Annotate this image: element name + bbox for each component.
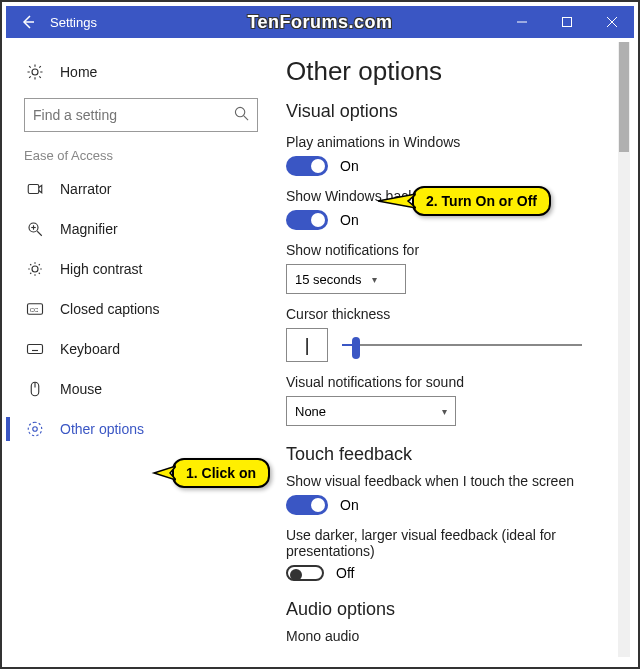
maximize-button[interactable] <box>544 6 589 38</box>
section-audio-options: Audio options <box>286 599 610 620</box>
sidebar-item-label: Narrator <box>60 181 111 197</box>
svg-point-11 <box>32 266 38 272</box>
label-cursor-thickness: Cursor thickness <box>286 306 610 322</box>
narrator-icon <box>24 178 46 200</box>
back-arrow-icon <box>20 14 36 30</box>
svg-line-5 <box>244 115 248 119</box>
sidebar-item-high-contrast[interactable]: High contrast <box>24 249 258 289</box>
sidebar-home-label: Home <box>60 64 97 80</box>
section-visual-options: Visual options <box>286 101 610 122</box>
sidebar-item-closed-captions[interactable]: CC Closed captions <box>24 289 258 329</box>
keyboard-icon <box>24 338 46 360</box>
sidebar-item-label: Magnifier <box>60 221 118 237</box>
sidebar-item-other-options[interactable]: Other options <box>24 409 258 449</box>
label-visual-notifications-sound: Visual notifications for sound <box>286 374 610 390</box>
back-button[interactable] <box>14 8 42 36</box>
cursor-preview: | <box>286 328 328 362</box>
label-play-animations: Play animations in Windows <box>286 134 610 150</box>
vertical-scrollbar[interactable] <box>618 42 630 657</box>
main-panel: Other options Visual options Play animat… <box>276 38 634 663</box>
titlebar: Settings <box>6 6 634 38</box>
scrollbar-thumb[interactable] <box>619 42 629 152</box>
magnifier-icon <box>24 218 46 240</box>
contrast-icon <box>24 258 46 280</box>
search-box[interactable] <box>24 98 258 132</box>
sidebar-item-label: Keyboard <box>60 341 120 357</box>
toggle-darker-feedback-state: Off <box>336 565 354 581</box>
svg-marker-23 <box>154 466 176 480</box>
sidebar-item-magnifier[interactable]: Magnifier <box>24 209 258 249</box>
annotation-callout-2: 2. Turn On or Off <box>412 186 551 216</box>
annotation-callout-1: 1. Click on <box>172 458 270 488</box>
mouse-icon <box>24 378 46 400</box>
search-icon <box>234 106 249 125</box>
toggle-play-animations-state: On <box>340 158 359 174</box>
sidebar-section-header: Ease of Access <box>24 148 258 163</box>
section-touch-feedback: Touch feedback <box>286 444 610 465</box>
sidebar-item-label: Closed captions <box>60 301 160 317</box>
sidebar-home[interactable]: Home <box>24 52 258 92</box>
select-notification-duration[interactable]: 15 seconds ▾ <box>286 264 406 294</box>
svg-point-22 <box>33 427 38 432</box>
captions-icon: CC <box>24 298 46 320</box>
sidebar-item-label: High contrast <box>60 261 142 277</box>
chevron-down-icon: ▾ <box>372 274 377 285</box>
sidebar-item-label: Other options <box>60 421 144 437</box>
gear-icon <box>24 61 46 83</box>
svg-rect-6 <box>28 185 39 194</box>
svg-text:CC: CC <box>30 307 39 313</box>
maximize-icon <box>562 17 572 27</box>
toggle-touch-feedback[interactable] <box>286 495 328 515</box>
svg-rect-1 <box>562 18 571 27</box>
toggle-show-background-state: On <box>340 212 359 228</box>
select-notification-value: 15 seconds <box>295 272 362 287</box>
window-controls <box>499 6 634 38</box>
annotation-arrow-1 <box>150 462 176 484</box>
close-button[interactable] <box>589 6 634 38</box>
label-touch-visual-feedback: Show visual feedback when I touch the sc… <box>286 473 610 489</box>
chevron-down-icon: ▾ <box>442 406 447 417</box>
select-visual-notifications[interactable]: None ▾ <box>286 396 456 426</box>
toggle-show-background[interactable] <box>286 210 328 230</box>
svg-marker-24 <box>378 194 416 208</box>
window-title: Settings <box>50 15 97 30</box>
annotation-arrow-2 <box>374 190 416 212</box>
label-show-notifications-for: Show notifications for <box>286 242 610 258</box>
sidebar-item-mouse[interactable]: Mouse <box>24 369 258 409</box>
sidebar-item-narrator[interactable]: Narrator <box>24 169 258 209</box>
svg-point-4 <box>235 107 244 116</box>
sidebar-selection-marker <box>6 417 10 441</box>
svg-line-8 <box>37 231 42 236</box>
slider-cursor-thickness[interactable] <box>342 335 582 355</box>
minimize-icon <box>517 17 527 27</box>
label-mono-audio: Mono audio <box>286 628 610 644</box>
toggle-touch-feedback-state: On <box>340 497 359 513</box>
close-icon <box>607 17 617 27</box>
label-darker-feedback: Use darker, larger visual feedback (idea… <box>286 527 610 559</box>
toggle-darker-feedback[interactable] <box>286 565 324 581</box>
other-options-icon <box>24 418 46 440</box>
minimize-button[interactable] <box>499 6 544 38</box>
sidebar-item-keyboard[interactable]: Keyboard <box>24 329 258 369</box>
sidebar: Home Ease of Access Narrator Magnifier <box>6 38 276 663</box>
toggle-play-animations[interactable] <box>286 156 328 176</box>
search-input[interactable] <box>33 107 234 123</box>
page-title: Other options <box>286 56 610 87</box>
select-visual-notifications-value: None <box>295 404 432 419</box>
sidebar-item-label: Mouse <box>60 381 102 397</box>
svg-rect-14 <box>28 345 43 354</box>
